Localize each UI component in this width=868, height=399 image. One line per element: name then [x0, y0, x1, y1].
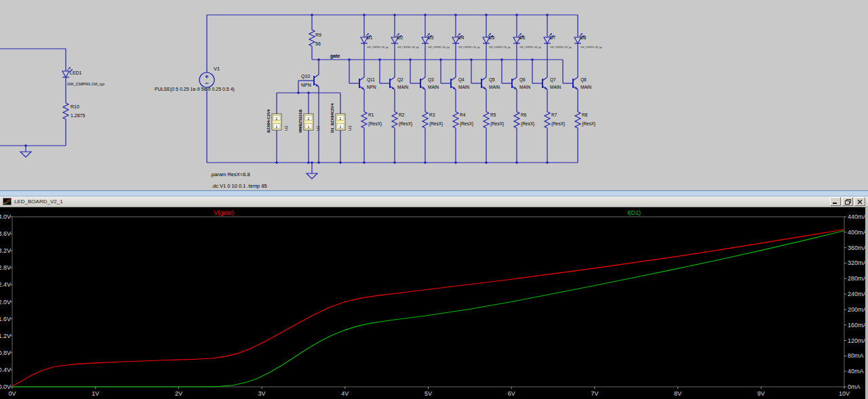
svg-text:R9: R9 [315, 33, 321, 37]
svg-text:400mA: 400mA [848, 229, 867, 236]
svg-text:MAIN: MAIN [489, 85, 500, 89]
svg-text:0.8V: 0.8V [0, 350, 11, 356]
window-title: LED_BOARD_V2_1 [14, 196, 827, 207]
svg-text:Q5: Q5 [489, 77, 495, 83]
svg-text:Q4: Q4 [458, 77, 465, 83]
schematic-canvas[interactable]: gateLED1GW_CS8PM1.CM_typR101.2875V1PULSE… [0, 0, 868, 190]
waveform-plot[interactable]: 4.0V3.6V3.2V2.8V2.4V2.0V1.6V1.2V0.8V0.4V… [0, 207, 868, 399]
svg-text:D7: D7 [550, 35, 556, 40]
svg-text:D6: D6 [519, 35, 526, 40]
svg-text:1: 1 [276, 125, 278, 129]
svg-text:1: 1 [340, 125, 342, 129]
svg-text:V1: V1 [214, 66, 220, 72]
column-D4[interactable]: D4GW_CS8PM1.CM_typQ4MAINR4{ResX} [441, 15, 480, 163]
svg-text:80mA: 80mA [848, 352, 864, 359]
column-D1[interactable]: D1GW_CS8PM1.CM_typQ11NPNR1{ResX} [349, 15, 389, 163]
svg-text:{ResX}: {ResX} [582, 121, 596, 127]
svg-text:MAIN: MAIN [550, 85, 561, 89]
svg-text:2: 2 [340, 117, 342, 121]
svg-text:GW_CS8PM1.CM_typ: GW_CS8PM1.CM_typ [519, 46, 541, 49]
component-R9[interactable]: R956 [309, 15, 321, 60]
svg-text:R10: R10 [71, 104, 79, 109]
trace-I(D1)[interactable] [12, 231, 844, 387]
svg-text:360mA: 360mA [848, 245, 867, 251]
column-D5[interactable]: D5GW_CS8PM1.CM_typQ5MAINR5{ResX} [471, 15, 511, 163]
svg-text:MAIN: MAIN [397, 85, 409, 89]
svg-text:GW_CS8PM1.CM_typ: GW_CS8PM1.CM_typ [428, 46, 450, 49]
trace-label-I(D1)[interactable]: I(D1) [627, 209, 641, 216]
svg-text:GW_CS8PM1.CM_typ: GW_CS8PM1.CM_typ [458, 46, 480, 49]
svg-text:0.4V: 0.4V [0, 366, 11, 373]
svg-text:D3: D3 [428, 35, 434, 40]
svg-text:R1: R1 [368, 112, 374, 117]
svg-text:6V: 6V [508, 390, 515, 397]
component-U3[interactable]: 21D1_BZX84C2V4U3 [330, 93, 352, 163]
svg-text:1.2V: 1.2V [0, 333, 11, 339]
close-icon [857, 199, 863, 205]
svg-text:240mA: 240mA [848, 291, 867, 297]
component-V1[interactable]: V1PULSE(0 5 0.25 1e-9 5e-9 0.25 0.5 4) [155, 15, 235, 163]
svg-text:R6: R6 [521, 112, 527, 117]
svg-text:R8: R8 [582, 112, 588, 117]
trace-V(gate)[interactable] [12, 230, 844, 386]
svg-text:NPN: NPN [367, 85, 376, 89]
column-D7[interactable]: D7GW_CS8PM1.CM_typQ7MAINR7{ResX} [532, 15, 572, 163]
svg-text:Q10: Q10 [301, 74, 310, 79]
svg-text:D1_BZX84C2V4: D1_BZX84C2V4 [330, 103, 334, 133]
svg-text:PULSE(0 5 0.25 1e-9 5e-9 0.25: PULSE(0 5 0.25 1e-9 5e-9 0.25 0.5 4) [155, 87, 235, 92]
svg-text:{ResX}: {ResX} [429, 121, 443, 127]
trace-label-V(gate)[interactable]: V(gate) [214, 209, 234, 216]
svg-text:D2: D2 [397, 35, 403, 40]
left-axis[interactable]: 4.0V3.6V3.2V2.8V2.4V2.0V1.6V1.2V0.8V0.4V… [0, 213, 12, 390]
svg-text:40mA: 40mA [848, 368, 864, 375]
svg-text:440mA: 440mA [848, 213, 867, 220]
svg-text:R5: R5 [490, 112, 496, 117]
waveform-chart-icon [3, 198, 12, 205]
minimize-button[interactable] [830, 197, 841, 206]
waveform-titlebar[interactable]: LED_BOARD_V2_1 [0, 196, 868, 207]
svg-text:5V: 5V [425, 390, 432, 397]
restore-button[interactable] [842, 197, 853, 206]
column-D3[interactable]: D3GW_CS8PM1.CM_typQ3MAINR3{ResX} [410, 15, 450, 163]
svg-text:2: 2 [276, 117, 278, 121]
column-D8[interactable]: D8GW_CS8PM1.CM_typQ8MAINR8{ResX} [563, 15, 602, 163]
svg-text:Q11: Q11 [367, 77, 375, 83]
svg-text:.param ResX=6.8: .param ResX=6.8 [210, 171, 250, 177]
svg-text:8V: 8V [674, 390, 682, 397]
svg-text:LED1: LED1 [70, 70, 82, 75]
svg-text:9V: 9V [757, 390, 765, 397]
svg-text:MMBZ5221B: MMBZ5221B [298, 110, 302, 133]
svg-text:3.6V: 3.6V [0, 230, 11, 237]
component-U2[interactable]: 21BZX84-C2V4U2 [267, 93, 288, 163]
svg-text:280mA: 280mA [848, 275, 867, 282]
svg-text:3.2V: 3.2V [0, 247, 11, 254]
svg-text:Q7: Q7 [550, 77, 556, 83]
svg-text:{ResX}: {ResX} [399, 121, 413, 127]
column-D6[interactable]: D6GW_CS8PM1.CM_typQ6MAINR6{ResX} [502, 15, 541, 163]
restore-icon [845, 199, 851, 205]
left-circuit[interactable]: LED1GW_CS8PM1.CM_typR101.2875 [0, 49, 104, 157]
svg-text:{ResX}: {ResX} [368, 121, 382, 127]
svg-text:Q2: Q2 [397, 77, 403, 83]
svg-text:Q3: Q3 [428, 77, 434, 83]
svg-text:R3: R3 [429, 112, 435, 117]
x-axis[interactable]: 0V1V2V3V4V5V6V7V8V9V10V [8, 387, 850, 397]
svg-text:D4: D4 [458, 35, 465, 40]
window-edge [865, 207, 868, 399]
component-U1[interactable]: 21MMBZ5221BU1 [298, 93, 320, 163]
svg-text:120mA: 120mA [848, 337, 867, 344]
close-button[interactable] [854, 197, 865, 206]
svg-text:320mA: 320mA [848, 259, 867, 266]
right-axis[interactable]: 440mA400mA360mA320mA280mA240mA200mA160mA… [844, 213, 867, 390]
svg-text:.dc V1 0 10 0.1 .temp 85: .dc V1 0 10 0.1 .temp 85 [212, 183, 267, 189]
svg-text:4.0V: 4.0V [0, 213, 11, 220]
svg-text:U3: U3 [348, 125, 352, 131]
svg-text:7V: 7V [591, 390, 598, 397]
svg-text:10V: 10V [839, 390, 850, 397]
spice-directives[interactable]: .param ResX=6.8.dc V1 0 10 0.1 .temp 85 [210, 171, 267, 189]
column-D2[interactable]: D2GW_CS8PM1.CM_typQ2MAINR2{ResX} [380, 15, 419, 163]
svg-text:GW_CS8PM1.CM_typ: GW_CS8PM1.CM_typ [580, 46, 602, 49]
svg-text:2.0V: 2.0V [0, 299, 11, 306]
svg-text:Q8: Q8 [580, 77, 587, 83]
svg-text:MAIN: MAIN [519, 85, 531, 89]
